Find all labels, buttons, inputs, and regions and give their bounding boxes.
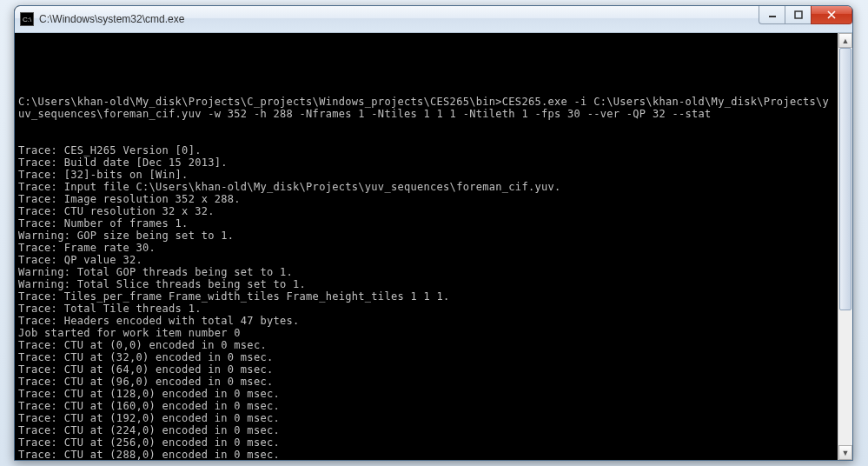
terminal-line: Trace: Frame rate 30. bbox=[18, 242, 834, 254]
close-icon bbox=[827, 10, 836, 19]
terminal-line: Warning: Total GOP threads being set to … bbox=[18, 266, 834, 278]
command-line: C:\Users\khan-old\My_disk\Projects\C_pro… bbox=[18, 96, 834, 120]
titlebar[interactable]: C:\ C:\Windows\system32\cmd.exe bbox=[15, 6, 852, 33]
terminal-line: Trace: [32]-bits on [Win]. bbox=[18, 169, 834, 181]
terminal-line: Trace: CTU at (0,0) encoded in 0 msec. bbox=[18, 339, 834, 351]
terminal-line: Trace: Headers encoded with total 47 byt… bbox=[18, 315, 834, 327]
terminal-line: Trace: QP value 32. bbox=[18, 254, 834, 266]
close-button[interactable] bbox=[811, 6, 852, 24]
terminal-line: Job started for work item number 0 bbox=[18, 327, 834, 339]
cmd-window: C:\ C:\Windows\system32\cmd.exe C:\Users… bbox=[14, 5, 853, 461]
terminal-line: Trace: CTU resolution 32 x 32. bbox=[18, 205, 834, 217]
minimize-icon bbox=[768, 10, 777, 19]
blank-line bbox=[18, 59, 834, 71]
terminal-line: Trace: Number of frames 1. bbox=[18, 217, 834, 230]
maximize-button[interactable] bbox=[785, 6, 811, 24]
terminal-line: Trace: CTU at (224,0) encoded in 0 msec. bbox=[18, 424, 834, 436]
terminal-line: Trace: CTU at (256,0) encoded in 0 msec. bbox=[18, 436, 834, 449]
svg-rect-0 bbox=[769, 16, 776, 17]
terminal-line: Trace: CTU at (160,0) encoded in 0 msec. bbox=[18, 400, 834, 412]
terminal-line: Trace: Tiles_per_frame Frame_width_tiles… bbox=[18, 290, 834, 303]
terminal-line: Trace: CTU at (128,0) encoded in 0 msec. bbox=[18, 388, 834, 400]
terminal-line: Trace: Image resolution 352 x 288. bbox=[18, 193, 834, 205]
terminal-line: Trace: Build date [Dec 15 2013]. bbox=[18, 156, 834, 169]
terminal-line: Trace: CTU at (192,0) encoded in 0 msec. bbox=[18, 412, 834, 424]
terminal-line: Trace: CTU at (288,0) encoded in 0 msec. bbox=[18, 449, 834, 460]
terminal-output[interactable]: C:\Users\khan-old\My_disk\Projects\C_pro… bbox=[15, 33, 838, 460]
svg-rect-1 bbox=[795, 11, 802, 18]
terminal-line: Trace: CTU at (64,0) encoded in 0 msec. bbox=[18, 363, 834, 376]
window-controls bbox=[759, 6, 852, 24]
scroll-down-arrow-icon[interactable]: ▼ bbox=[838, 445, 852, 460]
terminal-line: Trace: CES_H265 Version [0]. bbox=[18, 144, 834, 156]
scrollbar-thumb[interactable] bbox=[839, 48, 851, 310]
terminal-line: Trace: CTU at (32,0) encoded in 0 msec. bbox=[18, 351, 834, 363]
cmd-icon: C:\ bbox=[20, 12, 34, 26]
terminal-line: Warning: GOP size being set to 1. bbox=[18, 230, 834, 242]
terminal-line: Trace: Total Tile threads 1. bbox=[18, 303, 834, 315]
maximize-icon bbox=[794, 10, 803, 19]
scroll-up-arrow-icon[interactable]: ▲ bbox=[838, 33, 852, 48]
terminal-line: Trace: Input file C:\Users\khan-old\My_d… bbox=[18, 181, 834, 193]
scrollbar-track[interactable] bbox=[838, 48, 852, 445]
window-title: C:\Windows\system32\cmd.exe bbox=[39, 13, 184, 25]
terminal-line: Warning: Total Slice threads being set t… bbox=[18, 278, 834, 290]
vertical-scrollbar[interactable]: ▲ ▼ bbox=[838, 33, 852, 460]
terminal-line: Trace: CTU at (96,0) encoded in 0 msec. bbox=[18, 376, 834, 388]
minimize-button[interactable] bbox=[759, 6, 785, 24]
